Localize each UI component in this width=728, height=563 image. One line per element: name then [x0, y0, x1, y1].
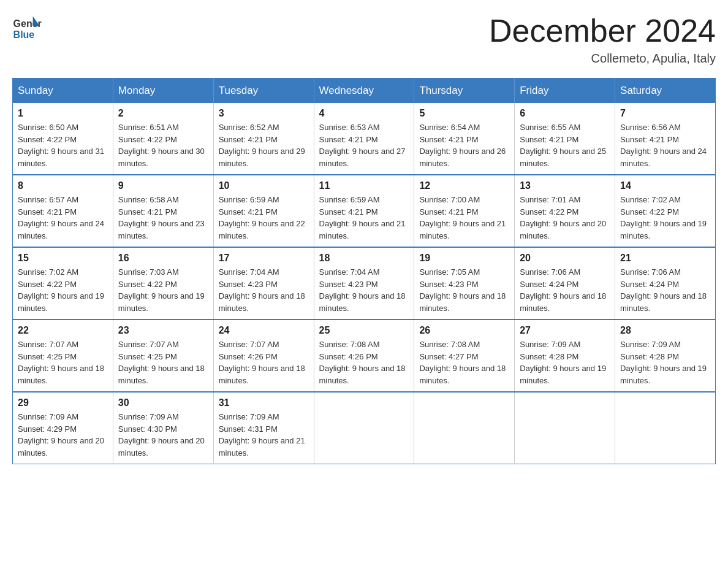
calendar-body: 1Sunrise: 6:50 AMSunset: 4:22 PMDaylight…: [13, 103, 716, 464]
calendar-week-row: 1Sunrise: 6:50 AMSunset: 4:22 PMDaylight…: [13, 103, 716, 175]
day-info: Sunrise: 7:09 AMSunset: 4:31 PMDaylight:…: [219, 411, 309, 459]
calendar-cell: 2Sunrise: 6:51 AMSunset: 4:22 PMDaylight…: [113, 103, 213, 175]
location: Collemeto, Apulia, Italy: [489, 52, 716, 66]
day-number: 4: [319, 108, 409, 119]
day-info: Sunrise: 6:50 AMSunset: 4:22 PMDaylight:…: [18, 121, 108, 169]
day-number: 21: [620, 253, 710, 264]
calendar-table: SundayMondayTuesdayWednesdayThursdayFrid…: [12, 78, 716, 464]
day-number: 11: [319, 180, 409, 191]
day-info: Sunrise: 7:05 AMSunset: 4:23 PMDaylight:…: [419, 266, 509, 314]
calendar-cell: [414, 392, 515, 464]
day-info: Sunrise: 6:59 AMSunset: 4:21 PMDaylight:…: [319, 194, 409, 242]
calendar-cell: 19Sunrise: 7:05 AMSunset: 4:23 PMDayligh…: [414, 247, 515, 320]
calendar-cell: 31Sunrise: 7:09 AMSunset: 4:31 PMDayligh…: [213, 392, 314, 464]
day-number: 18: [319, 253, 409, 264]
day-number: 26: [419, 325, 509, 336]
day-number: 19: [419, 253, 509, 264]
day-info: Sunrise: 7:09 AMSunset: 4:29 PMDaylight:…: [18, 411, 108, 459]
day-number: 30: [118, 397, 208, 408]
day-number: 23: [118, 325, 208, 336]
day-info: Sunrise: 7:02 AMSunset: 4:22 PMDaylight:…: [620, 194, 710, 242]
calendar-cell: 17Sunrise: 7:04 AMSunset: 4:23 PMDayligh…: [213, 247, 314, 320]
day-info: Sunrise: 7:01 AMSunset: 4:22 PMDaylight:…: [520, 194, 610, 242]
calendar-cell: [515, 392, 615, 464]
calendar-cell: 12Sunrise: 7:00 AMSunset: 4:21 PMDayligh…: [414, 175, 515, 247]
day-info: Sunrise: 7:02 AMSunset: 4:22 PMDaylight:…: [18, 266, 108, 314]
day-info: Sunrise: 6:59 AMSunset: 4:21 PMDaylight:…: [219, 194, 309, 242]
day-info: Sunrise: 7:07 AMSunset: 4:25 PMDaylight:…: [118, 339, 208, 386]
day-number: 9: [118, 180, 208, 191]
day-number: 22: [18, 325, 108, 336]
calendar-cell: [314, 392, 414, 464]
day-number: 16: [118, 253, 208, 264]
calendar-cell: 5Sunrise: 6:54 AMSunset: 4:21 PMDaylight…: [414, 103, 515, 175]
day-number: 15: [18, 253, 108, 264]
calendar-cell: [615, 392, 716, 464]
day-info: Sunrise: 7:03 AMSunset: 4:22 PMDaylight:…: [118, 266, 208, 314]
page-header: General Blue December 2024 Collemeto, Ap…: [12, 12, 716, 66]
day-number: 13: [520, 180, 610, 191]
calendar-cell: 24Sunrise: 7:07 AMSunset: 4:26 PMDayligh…: [213, 320, 314, 392]
day-of-week-header: Thursday: [414, 79, 515, 104]
day-number: 6: [520, 108, 610, 119]
calendar-cell: 4Sunrise: 6:53 AMSunset: 4:21 PMDaylight…: [314, 103, 414, 175]
day-of-week-header: Friday: [515, 79, 615, 104]
day-number: 20: [520, 253, 610, 264]
day-number: 5: [419, 108, 509, 119]
day-info: Sunrise: 7:09 AMSunset: 4:30 PMDaylight:…: [118, 411, 208, 459]
day-number: 31: [219, 397, 309, 408]
calendar-cell: 26Sunrise: 7:08 AMSunset: 4:27 PMDayligh…: [414, 320, 515, 392]
day-number: 3: [219, 108, 309, 119]
day-info: Sunrise: 6:55 AMSunset: 4:21 PMDaylight:…: [520, 121, 610, 169]
day-number: 28: [620, 325, 710, 336]
day-info: Sunrise: 7:06 AMSunset: 4:24 PMDaylight:…: [620, 266, 710, 314]
calendar-cell: 18Sunrise: 7:04 AMSunset: 4:23 PMDayligh…: [314, 247, 414, 320]
calendar-cell: 3Sunrise: 6:52 AMSunset: 4:21 PMDaylight…: [213, 103, 314, 175]
calendar-cell: 16Sunrise: 7:03 AMSunset: 4:22 PMDayligh…: [113, 247, 213, 320]
day-info: Sunrise: 6:51 AMSunset: 4:22 PMDaylight:…: [118, 121, 208, 169]
title-area: December 2024 Collemeto, Apulia, Italy: [489, 12, 716, 66]
day-info: Sunrise: 7:07 AMSunset: 4:26 PMDaylight:…: [219, 339, 309, 386]
day-info: Sunrise: 7:09 AMSunset: 4:28 PMDaylight:…: [520, 339, 610, 386]
calendar-cell: 27Sunrise: 7:09 AMSunset: 4:28 PMDayligh…: [515, 320, 615, 392]
day-info: Sunrise: 7:00 AMSunset: 4:21 PMDaylight:…: [419, 194, 509, 242]
calendar-cell: 22Sunrise: 7:07 AMSunset: 4:25 PMDayligh…: [13, 320, 113, 392]
calendar-week-row: 22Sunrise: 7:07 AMSunset: 4:25 PMDayligh…: [13, 320, 716, 392]
day-number: 25: [319, 325, 409, 336]
calendar-cell: 10Sunrise: 6:59 AMSunset: 4:21 PMDayligh…: [213, 175, 314, 247]
day-info: Sunrise: 6:53 AMSunset: 4:21 PMDaylight:…: [319, 121, 409, 169]
day-info: Sunrise: 6:57 AMSunset: 4:21 PMDaylight:…: [18, 194, 108, 242]
day-number: 12: [419, 180, 509, 191]
day-number: 8: [18, 180, 108, 191]
calendar-cell: 11Sunrise: 6:59 AMSunset: 4:21 PMDayligh…: [314, 175, 414, 247]
day-info: Sunrise: 7:09 AMSunset: 4:28 PMDaylight:…: [620, 339, 710, 386]
calendar-cell: 20Sunrise: 7:06 AMSunset: 4:24 PMDayligh…: [515, 247, 615, 320]
calendar-week-row: 15Sunrise: 7:02 AMSunset: 4:22 PMDayligh…: [13, 247, 716, 320]
day-number: 27: [520, 325, 610, 336]
day-info: Sunrise: 6:54 AMSunset: 4:21 PMDaylight:…: [419, 121, 509, 169]
day-number: 17: [219, 253, 309, 264]
day-info: Sunrise: 7:06 AMSunset: 4:24 PMDaylight:…: [520, 266, 610, 314]
calendar-header-row: SundayMondayTuesdayWednesdayThursdayFrid…: [13, 79, 716, 104]
logo: General Blue: [12, 12, 44, 42]
calendar-cell: 7Sunrise: 6:56 AMSunset: 4:21 PMDaylight…: [615, 103, 716, 175]
day-of-week-header: Tuesday: [213, 79, 314, 104]
day-number: 29: [18, 397, 108, 408]
svg-text:Blue: Blue: [13, 29, 35, 40]
calendar-cell: 21Sunrise: 7:06 AMSunset: 4:24 PMDayligh…: [615, 247, 716, 320]
day-number: 14: [620, 180, 710, 191]
calendar-cell: 1Sunrise: 6:50 AMSunset: 4:22 PMDaylight…: [13, 103, 113, 175]
calendar-cell: 15Sunrise: 7:02 AMSunset: 4:22 PMDayligh…: [13, 247, 113, 320]
calendar-cell: 14Sunrise: 7:02 AMSunset: 4:22 PMDayligh…: [615, 175, 716, 247]
calendar-cell: 28Sunrise: 7:09 AMSunset: 4:28 PMDayligh…: [615, 320, 716, 392]
day-number: 24: [219, 325, 309, 336]
day-info: Sunrise: 6:56 AMSunset: 4:21 PMDaylight:…: [620, 121, 710, 169]
day-of-week-header: Monday: [113, 79, 213, 104]
calendar-cell: 8Sunrise: 6:57 AMSunset: 4:21 PMDaylight…: [13, 175, 113, 247]
day-info: Sunrise: 7:08 AMSunset: 4:26 PMDaylight:…: [319, 339, 409, 386]
month-title: December 2024: [489, 12, 716, 49]
day-info: Sunrise: 7:04 AMSunset: 4:23 PMDaylight:…: [319, 266, 409, 314]
calendar-cell: 13Sunrise: 7:01 AMSunset: 4:22 PMDayligh…: [515, 175, 615, 247]
logo-icon: General Blue: [12, 12, 42, 42]
calendar-cell: 25Sunrise: 7:08 AMSunset: 4:26 PMDayligh…: [314, 320, 414, 392]
